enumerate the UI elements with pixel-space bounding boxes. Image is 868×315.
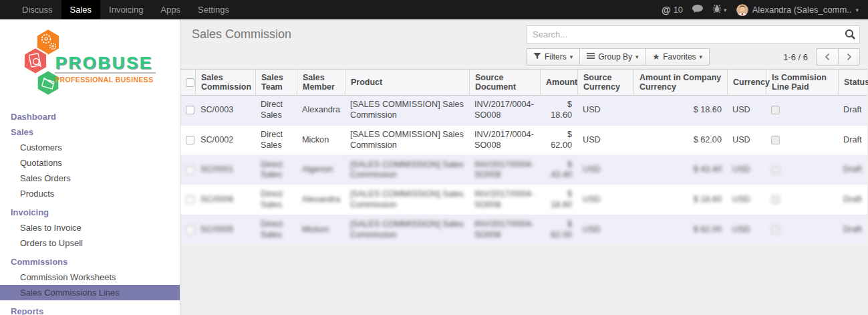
cell-amount: $ 62.00 — [540, 125, 577, 155]
checkbox[interactable] — [186, 78, 194, 87]
sidebar-item-customers[interactable]: Customers — [0, 140, 180, 155]
pager-next-button[interactable] — [838, 48, 860, 66]
cell-currency: USD — [727, 215, 766, 245]
top-nav-item-settings[interactable]: Settings — [189, 0, 238, 19]
col-amount[interactable]: Amount — [540, 69, 577, 96]
filter-icon — [533, 52, 541, 62]
cell-source-currency: USD — [577, 96, 633, 125]
chevron-down-icon: ▾ — [700, 54, 703, 60]
checkbox[interactable] — [771, 166, 780, 175]
sidebar-header-dashboard[interactable]: Dashboard — [0, 109, 180, 124]
topbar-right: @ 10 ▾ Alexandra (Sales_comm.. ▾ — [662, 0, 868, 19]
button-label: Favorites — [663, 52, 696, 62]
col-sales-commission[interactable]: Sales Commission — [195, 69, 255, 96]
table-header-row: Sales CommissionSales TeamSales MemberPr… — [180, 69, 867, 96]
cell-member: Algenon — [297, 155, 345, 185]
table-row[interactable]: SC/0006Direct SalesAlexandra[SALES COMMI… — [180, 185, 867, 215]
cell-select — [180, 215, 195, 245]
sidebar-header-reports[interactable]: Reports — [0, 304, 180, 315]
col-sales-team[interactable]: Sales Team — [255, 69, 297, 96]
cell-amount-company: $ 43.40 — [633, 155, 727, 185]
top-nav-item-sales[interactable]: Sales — [61, 0, 101, 19]
select-all-column — [180, 69, 195, 96]
cell-name: SC/0002 — [195, 125, 255, 155]
cell-amount-company: $ 18.60 — [633, 96, 727, 125]
cell-select — [180, 125, 195, 155]
checkbox[interactable] — [771, 225, 780, 234]
col-source-document[interactable]: Source Document — [469, 69, 540, 96]
sidebar: PROBUSE PROBUSE PROFESSIONAL BUSINESS Da… — [0, 19, 180, 315]
sidebar-item-sales-commissions-lines[interactable]: Sales Commissions Lines — [0, 285, 180, 300]
pager-range: 1-6 / 6 — [783, 52, 808, 62]
commission-lines-table: Sales CommissionSales TeamSales MemberPr… — [180, 69, 867, 245]
checkbox[interactable] — [186, 225, 194, 234]
messages-button[interactable] — [692, 5, 703, 15]
checkbox[interactable] — [186, 136, 194, 144]
sidebar-header-invoicing[interactable]: Invoicing — [0, 205, 180, 220]
cell-source-document: INV/2017/0004-SO008 — [469, 155, 540, 185]
cell-status: Draft — [838, 125, 867, 155]
sidebar-item-sales-orders[interactable]: Sales Orders — [0, 171, 180, 186]
cell-member: Mickon — [297, 215, 345, 245]
favorites-button[interactable]: ★Favorites▾ — [645, 48, 710, 66]
sidebar-item-quotations[interactable]: Quotations — [0, 155, 180, 171]
filters-button[interactable]: Filters▾ — [526, 48, 580, 66]
cell-source-currency: USD — [577, 125, 633, 155]
table-row[interactable]: SC/0002Direct SalesMickon[SALES COMMISSI… — [180, 125, 867, 155]
user-name: Alexandra (Sales_comm.. — [752, 5, 852, 15]
col-status[interactable]: Status — [838, 69, 867, 96]
group-by-button[interactable]: Group By▾ — [580, 48, 645, 66]
cell-team: Direct Sales — [255, 125, 297, 155]
chevron-down-icon: ▾ — [570, 54, 573, 60]
col-product[interactable]: Product — [345, 69, 469, 96]
sidebar-header-sales[interactable]: Sales — [0, 124, 180, 140]
cell-paid — [766, 185, 838, 215]
cell-source-document: INV/2017/0004-SO008 — [469, 125, 540, 155]
pager-previous-button[interactable] — [816, 48, 838, 66]
cell-status: Draft — [838, 155, 867, 185]
cell-amount: $ 18.60 — [540, 185, 577, 215]
top-nav: DiscussSalesInvoicingAppsSettings — [0, 0, 238, 19]
top-nav-item-discuss[interactable]: Discuss — [13, 0, 61, 19]
mention-counter[interactable]: @ 10 — [662, 5, 683, 15]
sidebar-item-sales-to-invoice[interactable]: Sales to Invoice — [0, 220, 180, 235]
table-row[interactable]: SC/0005Direct SalesMickon[SALES COMMISSI… — [180, 215, 867, 245]
checkbox[interactable] — [771, 106, 780, 114]
col-is-commision-line-paid[interactable]: Is Commision Line Paid — [766, 69, 838, 96]
button-label: Group By — [598, 52, 632, 62]
sidebar-section-reports: ReportsSales — [0, 304, 180, 315]
sidebar-item-commission-worksheets[interactable]: Commission Worksheets — [0, 270, 180, 285]
checkbox[interactable] — [186, 195, 194, 204]
logo-hex-red — [23, 47, 47, 74]
page-title: Sales Commission — [192, 27, 526, 41]
top-nav-item-invoicing[interactable]: Invoicing — [100, 0, 152, 19]
checkbox[interactable] — [771, 136, 780, 144]
col-sales-member[interactable]: Sales Member — [297, 69, 345, 96]
sidebar-item-products[interactable]: Products — [0, 186, 180, 201]
mention-count: 10 — [674, 5, 683, 15]
table-row[interactable]: SC/0001Direct SalesAlgenon[SALES COMMISS… — [180, 155, 867, 185]
user-menu[interactable]: Alexandra (Sales_comm.. ▾ — [736, 4, 859, 16]
sidebar-header-commissions[interactable]: Commissions — [0, 254, 180, 270]
checkbox[interactable] — [771, 195, 780, 204]
cell-paid — [766, 155, 838, 185]
list-icon — [587, 52, 595, 62]
cell-product: [SALES COMMISSION] Sales Commission — [345, 185, 469, 215]
sidebar-item-orders-to-upsell[interactable]: Orders to Upsell — [0, 235, 180, 251]
sidebar-section-sales: SalesCustomersQuotationsSales OrdersProd… — [0, 124, 180, 201]
checkbox[interactable] — [186, 106, 194, 114]
table-row[interactable]: SC/0003Direct SalesAlexandra[SALES COMMI… — [180, 96, 867, 125]
col-source-currency[interactable]: Source Currency — [577, 69, 633, 96]
debug-menu-button[interactable]: ▾ — [712, 4, 727, 15]
checkbox[interactable] — [186, 166, 194, 175]
chat-bubble-icon — [692, 5, 703, 15]
search-icon[interactable] — [844, 28, 856, 43]
col-amount-in-company-currency[interactable]: Amount in Company Currency — [633, 69, 727, 96]
avatar — [736, 4, 748, 16]
at-icon: @ — [662, 5, 671, 15]
col-currency[interactable]: Currency — [727, 69, 766, 96]
cell-source-document: INV/2017/0004-SO008 — [469, 185, 540, 215]
cell-paid — [766, 96, 838, 125]
top-nav-item-apps[interactable]: Apps — [152, 0, 189, 19]
search-input[interactable] — [526, 25, 860, 43]
